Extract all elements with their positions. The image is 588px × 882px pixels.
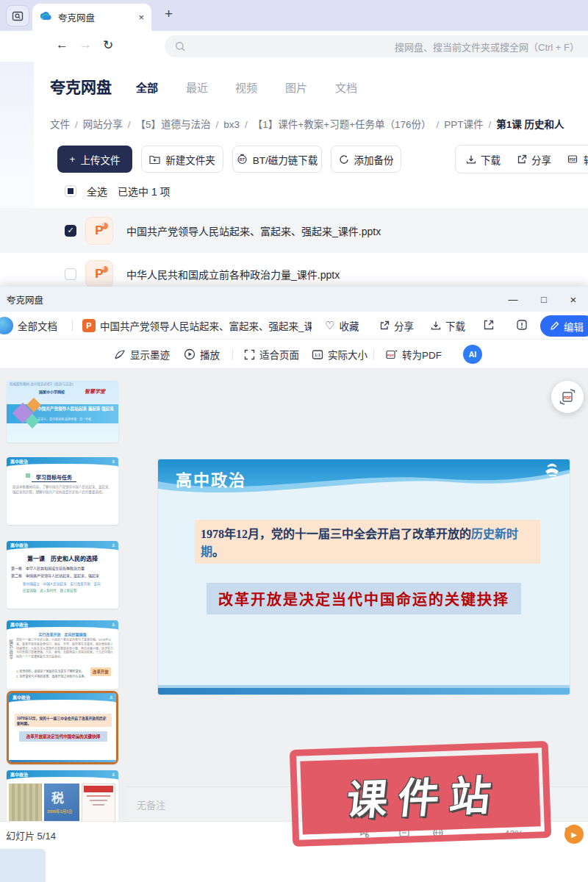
thumb-header-label: 高中政治	[12, 694, 30, 700]
thumb1-logo-text: 国家中小学网校	[39, 389, 65, 394]
row-checkbox-checked[interactable]: ✓	[65, 225, 76, 237]
thumb3-tags1: 新中国成立 中国人民站起来 实行改革开放 走向	[23, 581, 112, 586]
tab-close-icon[interactable]: ×	[138, 12, 144, 23]
floating-convert-pdf-button[interactable]: PDF	[551, 381, 584, 413]
back-icon[interactable]: ←	[56, 37, 68, 52]
thumb-logo-icon: ⚓	[110, 695, 113, 700]
breadcrumb-item[interactable]: 【5】道德与法治	[136, 119, 211, 130]
slide-thumbnail-5-selected[interactable]: 高中政治 ⚓ 1978年12月，党的十一届三中全会开启了改革开放的历史新时期。 …	[7, 691, 118, 764]
tab-image[interactable]: 图片	[285, 79, 307, 95]
play-button[interactable]: 播放	[184, 347, 220, 362]
add-backup-button[interactable]: 添加备份	[331, 146, 401, 173]
slide-thumbnail-1[interactable]: 统编版新教材 高中政治必修3《政治与法治》 国家中小学网校 智慧学堂 中国共产党…	[7, 381, 118, 442]
favorite-button[interactable]: ♡ 收藏	[325, 318, 359, 333]
browser-chrome: 夸克网盘 × +	[0, 0, 588, 31]
bt-download-button[interactable]: BT BT/磁力链下载	[232, 146, 322, 173]
browser-sidebar-button[interactable]	[6, 5, 29, 26]
divider	[232, 348, 233, 360]
select-all-checkbox[interactable]	[65, 185, 76, 197]
browser-tab[interactable]: 夸克网盘 ×	[32, 4, 151, 31]
breadcrumb-item[interactable]: 网站分享	[83, 119, 123, 130]
search-placeholder: 搜网盘、搜当前文件夹或搜全网（Ctrl + F）	[395, 40, 579, 54]
preview-window-title: 夸克网盘	[7, 293, 43, 306]
svg-text:1:1: 1:1	[315, 353, 320, 357]
pptx-file-icon: P	[85, 217, 113, 245]
current-slide[interactable]: 高中政治 1978年12月，党的十一届三中全会开启了改革开放的历史新时期。 改革…	[158, 459, 570, 695]
edit-label: 编辑	[564, 319, 584, 334]
ai-assistant-button[interactable]: AI	[463, 345, 482, 364]
thumb6-doc-line	[93, 804, 104, 806]
favorite-label: 收藏	[339, 318, 359, 333]
report-button[interactable]	[516, 319, 528, 331]
actual-size-button[interactable]: 1:1 实际大小	[312, 347, 368, 362]
slide-thumbnail-4[interactable]: 高中政治 ⚓ 实行改革开放 走向民富国强 探究与分享 党的十一届三中全会以来，人…	[7, 620, 118, 689]
share-button[interactable]: 分享	[517, 152, 551, 167]
thumb3-tags2: 民富国强 进入新时代 踏上新征程	[23, 588, 112, 592]
tab-video[interactable]: 视频	[235, 79, 257, 95]
refresh-icon[interactable]: ↻	[103, 37, 113, 53]
drive-brand-title: 夸克网盘	[50, 75, 112, 97]
fit-page-button[interactable]: 适合页面	[244, 347, 299, 362]
quark-docs-logo[interactable]	[0, 317, 13, 334]
selected-count: 已选中 1 项	[118, 184, 171, 198]
preview-download-button[interactable]: 下载	[431, 318, 465, 333]
convert-pdf-rotate-icon: PDF	[559, 388, 576, 406]
file-name[interactable]: 中华人民共和国成立前各种政治力量_课件.pptx	[126, 267, 340, 282]
thumb1-note: 统编版新教材 高中政治必修3《政治与法治》	[10, 382, 75, 387]
slide-text-line2: 改革开放是决定当代中国命运的关键抉择	[207, 583, 521, 614]
download-label: 下载	[481, 152, 501, 167]
file-row-selected[interactable]: ✓ P 中国共产党领导人民站起来、富起来、强起来_课件.pptx	[0, 208, 588, 253]
actual-size-icon: 1:1	[312, 349, 323, 360]
slide-thumbnail-2[interactable]: 高中政治 ⚓ 学习目标与任务 阅读本框教材内容，了解中国共产党领导中国人民站起来…	[7, 457, 118, 525]
thumb1-title: 中国共产党领导人民站起来 富起来 强起来	[37, 406, 115, 412]
select-all-label[interactable]: 全选	[87, 184, 107, 198]
breadcrumb-item[interactable]: 【1】课件+教案+习题+任务单（176份）	[253, 119, 431, 130]
convert-pdf-button[interactable]: PDF 转为PDF	[567, 152, 588, 167]
close-button[interactable]: ×	[559, 287, 588, 312]
new-tab-button[interactable]: +	[165, 6, 173, 22]
show-ink-button[interactable]: 显示墨迹	[114, 347, 170, 362]
file-name[interactable]: 中国共产党领导人民站起来、富起来、强起来_课件.pptx	[126, 223, 381, 238]
thumb6-doc-line	[87, 795, 110, 797]
maximize-button[interactable]: □	[529, 287, 559, 312]
svg-text:PDF: PDF	[387, 353, 394, 356]
preview-share-button[interactable]: 分享	[379, 318, 414, 333]
tab-recent[interactable]: 最近	[186, 79, 208, 95]
slide-counter: 幻灯片 5/14	[6, 828, 56, 842]
tab-all[interactable]: 全部	[136, 79, 158, 95]
play-icon: ▶	[571, 831, 577, 839]
thumb-header-label: 高中政治	[10, 771, 28, 778]
slideshow-play-button[interactable]: ▶	[564, 825, 584, 844]
slide-thumbnail-3[interactable]: 高中政治 ⚓ 第一课 历史和人民的选择 第一框 中华人民共和国成立前各种政治力量…	[7, 541, 118, 609]
breadcrumb-item[interactable]: 文件	[50, 119, 70, 130]
thumb4-point2: 2. 这些变化与中国的发展、改革开放之间有什么关系。	[16, 674, 90, 678]
minimize-button[interactable]: —	[498, 287, 528, 312]
thumb-header-label: 高中政治	[10, 542, 28, 548]
to-pdf-button[interactable]: PDF 转为PDF	[385, 347, 442, 362]
show-ink-label: 显示墨迹	[130, 347, 170, 362]
edit-button[interactable]: 编辑	[540, 315, 588, 337]
divider	[373, 348, 374, 360]
save-to-drive-button[interactable]	[483, 319, 495, 331]
all-docs-button[interactable]: 全部文档	[18, 318, 57, 333]
new-folder-button[interactable]: 新建文件夹	[141, 146, 223, 173]
check-icon: ✓	[67, 226, 74, 235]
search-input[interactable]: 搜网盘、搜当前文件夹或搜全网（Ctrl + F）	[165, 35, 588, 57]
download-icon	[431, 320, 441, 331]
download-button[interactable]: 下载	[466, 152, 501, 167]
thumb-header-label: 高中政治	[10, 621, 28, 628]
breadcrumb-item[interactable]: PPT课件	[444, 119, 483, 130]
convert-label: 转为PDF	[584, 152, 588, 167]
breadcrumb-item[interactable]: bx3	[223, 119, 240, 130]
thumb2-title: 学习目标与任务	[32, 473, 76, 482]
upload-button[interactable]: + 上传文件	[57, 146, 132, 173]
fit-page-icon	[244, 349, 255, 360]
forward-icon[interactable]: →	[79, 37, 92, 52]
pptx-pie	[101, 266, 108, 273]
tab-doc[interactable]: 文档	[335, 79, 357, 95]
row-checkbox[interactable]	[65, 268, 76, 280]
line1-period: 。	[212, 545, 224, 558]
search-icon	[175, 41, 186, 52]
thumb1-subtitle: 主讲人：高中政治组 适用年级：高一年级	[37, 417, 115, 421]
slide-thumbnail-6[interactable]: 高中政治 ⚓ 税 2006年1月1日	[7, 770, 118, 821]
